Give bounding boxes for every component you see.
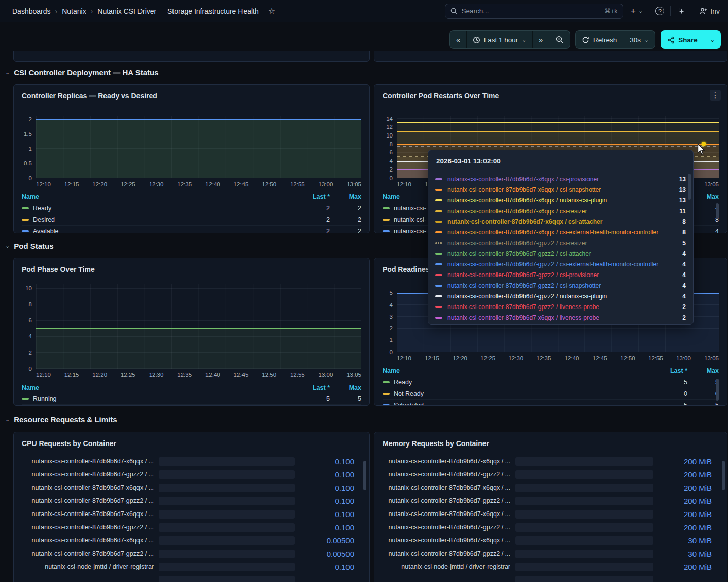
- timeseries-plot[interactable]: [36, 116, 361, 178]
- breadcrumb-nutanix[interactable]: Nutanix: [55, 7, 86, 15]
- container-label: nutanix-csi-controller-87db9b6d7-gpzz2 /…: [22, 497, 154, 504]
- share-button[interactable]: Share: [661, 30, 704, 49]
- legend-series-name[interactable]: Desired: [22, 216, 293, 223]
- legend-series-name[interactable]: Running: [22, 395, 293, 402]
- legend-header-last[interactable]: Last *: [651, 367, 687, 374]
- series-marker: [22, 230, 29, 232]
- series-marker: [435, 263, 442, 265]
- x-tick: 12:25: [121, 181, 135, 190]
- legend-series-name[interactable]: Ready: [22, 204, 293, 212]
- star-icon[interactable]: ☆: [268, 6, 275, 16]
- container-label: nutanix-csi-controller-87db9b6d7-x6qqx /…: [22, 458, 154, 465]
- tooltip-row: nutanix-csi-controller-87db9b6d7-gpzz2 /…: [435, 301, 686, 312]
- legend-header-last[interactable]: Last *: [293, 193, 330, 200]
- tooltip-series-value: 4: [675, 271, 686, 279]
- tooltip-series-label: nutanix-csi-controller-87db9b6d7-gpzz2 /…: [447, 282, 670, 289]
- tooltip-series-value: 4: [675, 282, 686, 289]
- search-input[interactable]: Search... ⌘+k: [445, 4, 623, 19]
- bar-track: [159, 510, 295, 519]
- legend-scrollbar[interactable]: [716, 203, 719, 219]
- panel-title[interactable]: Memory Requests by Container: [383, 438, 719, 449]
- legend-series-name[interactable]: Ready: [383, 379, 651, 386]
- section-pod-status[interactable]: ⌄ Pod Status: [5, 242, 54, 250]
- legend-scrollbar[interactable]: [716, 379, 719, 401]
- section-rail: [7, 427, 7, 582]
- section-resources[interactable]: ⌄ Resource Requests & Limits: [5, 415, 117, 424]
- bar-track: [515, 536, 653, 545]
- legend-header-max[interactable]: Max: [687, 367, 719, 374]
- timeseries-plot[interactable]: [36, 284, 361, 369]
- x-tick: 12:55: [648, 355, 663, 364]
- chevron-down-icon: ⌄: [522, 37, 526, 43]
- tooltip-scrollbar[interactable]: [688, 174, 691, 200]
- panel-title[interactable]: Controller Pod Restarts Over Time: [383, 91, 719, 101]
- legend-header-max[interactable]: Max: [330, 193, 361, 200]
- help-button[interactable]: ?: [655, 7, 664, 15]
- invite-label: Inv: [710, 7, 720, 15]
- legend-header-max[interactable]: Max: [330, 384, 361, 391]
- series-marker: [435, 210, 442, 212]
- breadcrumb-dashboards[interactable]: Dashboards: [12, 7, 51, 15]
- bar-gauge-row: [22, 573, 361, 582]
- share-dropdown-button[interactable]: ⌄: [704, 30, 721, 49]
- legend-last-value: 2: [293, 204, 330, 212]
- panel-title[interactable]: Pod Phase Over Time: [22, 264, 361, 275]
- time-controls: « Last 1 hour ⌄ » Refresh 30s ⌄: [449, 30, 721, 49]
- share-group: Share ⌄: [661, 30, 721, 49]
- tooltip-series-label: nutanix-csi-controller-87db9b6d7-x6qqx /…: [447, 229, 670, 236]
- breadcrumb-current[interactable]: Nutanix CSI Driver — Storage Infrastruct…: [91, 7, 259, 15]
- chevron-down-icon: ⌄: [710, 37, 715, 43]
- tooltip-series-label: nutanix-csi-controller-87db9b6d7-gpzz2 /…: [447, 261, 670, 268]
- panel-title[interactable]: Controller Replicas — Ready vs Desired: [22, 91, 361, 101]
- bar-track: [515, 510, 653, 519]
- chart-tooltip: 2026-03-01 13:02:00 nutanix-csi-controll…: [428, 150, 694, 325]
- zoom-out-icon: [556, 36, 564, 44]
- container-label: nutanix-csi-controller-87db9b6d7-x6qqx /…: [22, 510, 154, 518]
- tooltip-series-label: nutanix-csi-controller-87db9b6d7-gpzz2 /…: [447, 293, 670, 300]
- legend-header-last[interactable]: Last *: [293, 384, 330, 391]
- add-button[interactable]: + ⌄: [631, 7, 643, 16]
- legend-series-name[interactable]: Not Ready: [383, 390, 651, 397]
- tooltip-series-label: nutanix-csi-controller-87db9b6d7-x6qqx /…: [447, 208, 670, 215]
- refresh-label: Refresh: [593, 36, 617, 44]
- bar-value: 0.100: [300, 497, 361, 505]
- zoom-out-button[interactable]: [549, 31, 570, 48]
- refresh-button[interactable]: Refresh: [576, 31, 623, 48]
- legend-row: Available 2 2: [22, 226, 361, 233]
- bar-value: 0.00500: [300, 536, 361, 545]
- clock-icon: [473, 36, 480, 44]
- search-placeholder: Search...: [462, 7, 601, 15]
- time-range-picker[interactable]: Last 1 hour ⌄: [466, 31, 533, 48]
- container-label: nutanix-csi-controller-87db9b6d7-x6qqx /…: [22, 537, 154, 544]
- bar-gauge-row: nutanix-csi-controller-87db9b6d7-x6qqx /…: [383, 534, 719, 547]
- panel-scrollbar[interactable]: [722, 461, 725, 490]
- legend-max-value: 2: [330, 228, 361, 233]
- series-marker: [435, 274, 442, 276]
- series-marker: [435, 306, 442, 308]
- legend-series-name[interactable]: Scheduled: [383, 402, 651, 406]
- bar-gauge-row: nutanix-csi-controller-87db9b6d7-gpzz2 /…: [383, 521, 719, 534]
- section-rail: [7, 254, 7, 406]
- legend-max-value: 2: [330, 204, 361, 212]
- panel-menu-kebab-icon[interactable]: ⋮: [710, 90, 721, 101]
- series-marker: [435, 231, 442, 233]
- legend-header-name[interactable]: Name: [22, 384, 293, 391]
- x-tick: 12:40: [205, 181, 220, 190]
- panel-title[interactable]: CPU Requests by Container: [22, 438, 361, 449]
- section-ha-status[interactable]: ⌄ CSI Controller Deployment — HA Status: [5, 68, 159, 77]
- panel-scrollbar[interactable]: [363, 461, 366, 490]
- invite-button[interactable]: Inv: [699, 7, 720, 16]
- legend-series-name[interactable]: Available: [22, 228, 293, 233]
- bar-value: 0.00500: [300, 550, 361, 558]
- legend-max-value: 0: [687, 390, 719, 397]
- refresh-interval-picker[interactable]: 30s ⌄: [623, 31, 655, 48]
- time-shift-back-button[interactable]: «: [450, 31, 466, 48]
- partial-panel: [13, 51, 370, 62]
- legend-header-name[interactable]: Name: [383, 367, 651, 374]
- time-shift-forward-button[interactable]: »: [532, 31, 549, 48]
- tooltip-series-label: nutanix-csi-controller-87db9b6d7-gpzz2 /…: [447, 303, 670, 311]
- legend-header-name[interactable]: Name: [22, 193, 293, 200]
- bar-track: [515, 523, 653, 532]
- ai-assistant-button[interactable]: [677, 7, 686, 16]
- legend-header: Name Last * Max: [22, 382, 361, 393]
